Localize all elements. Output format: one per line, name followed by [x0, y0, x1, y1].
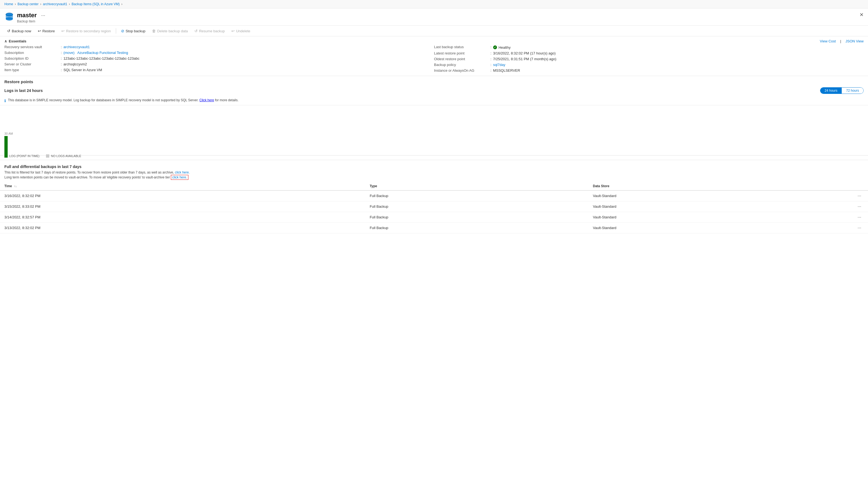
- delete-icon: 🗑: [152, 29, 156, 33]
- breadcrumb-sep-4: ›: [121, 2, 122, 6]
- essentials-row-instance: Instance or AlwaysOn AG : MSSQLSERVER: [434, 68, 864, 72]
- legend-log-label: LOG (POINT IN TIME): [9, 154, 40, 158]
- breadcrumb-home[interactable]: Home: [4, 2, 13, 6]
- essentials-value-vault: archiveccyvault1: [64, 45, 90, 49]
- db-icon: [4, 12, 14, 22]
- row-more-button-0[interactable]: ···: [856, 193, 863, 199]
- essentials-value-oldest-restore: 7/25/2021, 8:31:51 PM (7 month(s) ago): [493, 57, 556, 61]
- cell-actions-2: ···: [852, 212, 868, 223]
- row-more-button-1[interactable]: ···: [856, 204, 863, 209]
- breadcrumb-vault[interactable]: archiveccyvault1: [43, 2, 67, 6]
- undelete-icon: ↩: [232, 29, 235, 33]
- cell-actions-3: ···: [852, 223, 868, 233]
- view-cost-link[interactable]: View Cost: [820, 39, 836, 43]
- essentials-row-sub-id: Subscription ID : 123abc-123abc-123abc-1…: [4, 56, 434, 60]
- essentials-value-backup-status: Healthy: [493, 45, 511, 49]
- essentials-right-col: Last backup status : Healthy Latest rest…: [434, 45, 864, 72]
- json-view-link[interactable]: JSON View: [846, 39, 864, 43]
- status-dot: [493, 45, 497, 49]
- subscription-move-link[interactable]: (move): [64, 50, 75, 55]
- panel-subtitle: Backup Item: [17, 20, 45, 23]
- undelete-button[interactable]: ↩ Undelete: [229, 27, 253, 34]
- resume-backup-button[interactable]: ↺ Resume backup: [192, 27, 227, 34]
- subscription-name-link[interactable]: AzureBackup Functional Testing: [77, 50, 128, 55]
- breadcrumb-sep-1: ›: [15, 2, 16, 6]
- retention-link[interactable]: click here.: [171, 175, 188, 180]
- essentials-row-backup-status: Last backup status : Healthy: [434, 45, 864, 49]
- essentials-label-sub-id: Subscription ID: [4, 56, 59, 60]
- essentials-value-latest-restore: 3/16/2022, 8:32:02 PM (17 hour(s) ago): [493, 51, 555, 55]
- essentials-label-subscription: Subscription: [4, 50, 59, 55]
- essentials-row-item-type: Item type : SQL Server in Azure VM: [4, 68, 434, 72]
- info-bar: ℹ This database is in SIMPLE recovery mo…: [0, 96, 868, 105]
- essentials-header: ∧ Essentials View Cost | JSON View: [0, 36, 868, 45]
- panel-more-button[interactable]: ···: [41, 13, 45, 18]
- 24h-toggle-button[interactable]: 24 hours: [820, 88, 842, 94]
- panel-header: master ··· Backup Item ✕: [0, 9, 868, 26]
- cell-time-3: 3/13/2022, 8:32:02 PM: [0, 223, 365, 233]
- logs-title: Logs in last 24 hours: [4, 88, 43, 93]
- cell-type-1: Full Backup: [365, 201, 588, 212]
- status-label: Healthy: [499, 45, 511, 49]
- vault-link[interactable]: archiveccyvault1: [64, 45, 90, 49]
- restore-secondary-button[interactable]: ↩ Restore to secondary region: [59, 27, 113, 34]
- full-diff-link1[interactable]: click here.: [175, 170, 190, 174]
- cell-time-1: 3/15/2022, 8:33:02 PM: [0, 201, 365, 212]
- stop-backup-label: Stop backup: [126, 29, 145, 33]
- click-here-link[interactable]: Click here: [199, 98, 214, 102]
- breadcrumb: Home › Backup center › archiveccyvault1 …: [0, 0, 868, 9]
- backup-now-button[interactable]: ↺ Backup now: [4, 27, 34, 34]
- table-row: 3/15/2022, 8:33:02 PM Full Backup Vault-…: [0, 201, 868, 212]
- full-diff-title: Full and differential backups in last 7 …: [0, 160, 868, 170]
- essentials-label-item-type: Item type: [4, 68, 59, 72]
- delete-backup-button[interactable]: 🗑 Delete backup data: [149, 27, 191, 34]
- close-button[interactable]: ✕: [859, 12, 864, 18]
- row-more-button-3[interactable]: ···: [856, 225, 863, 231]
- backup-now-label: Backup now: [12, 29, 31, 33]
- full-diff-desc1: This list is filtered for last 7 days of…: [0, 170, 868, 175]
- cell-time-0: 3/16/2022, 8:32:02 PM: [0, 191, 365, 202]
- restore-label: Restore: [43, 29, 55, 33]
- row-more-button-2[interactable]: ···: [856, 214, 863, 220]
- backup-table: Time ↑↓ Type Data Store 3/16/2022, 8:32:…: [0, 182, 868, 234]
- stop-backup-button[interactable]: ⊘ Stop backup: [118, 27, 148, 34]
- cell-type-3: Full Backup: [365, 223, 588, 233]
- essentials-value-policy: sql7day: [493, 62, 506, 67]
- chart-time-label: 30 AM: [4, 132, 13, 135]
- cell-actions-0: ···: [852, 191, 868, 202]
- restore-secondary-icon: ↩: [61, 29, 65, 33]
- cell-datastore-1: Vault-Standard: [588, 201, 852, 212]
- time-toggle: 24 hours 72 hours: [820, 87, 864, 94]
- essentials-label: Essentials: [9, 39, 26, 43]
- cell-datastore-0: Vault-Standard: [588, 191, 852, 202]
- cell-type-2: Full Backup: [365, 212, 588, 223]
- essentials-label-policy: Backup policy: [434, 62, 489, 67]
- essentials-label-latest-restore: Latest restore point: [434, 51, 489, 55]
- breadcrumb-sep-2: ›: [40, 2, 41, 6]
- backup-now-icon: ↺: [7, 29, 10, 33]
- breadcrumb-backup-center[interactable]: Backup center: [18, 2, 38, 6]
- sort-icon-time[interactable]: ↑↓: [14, 185, 17, 188]
- essentials-value-server: archsqlccyvm2: [64, 62, 87, 66]
- resume-backup-label: Resume backup: [199, 29, 225, 33]
- table-row: 3/13/2022, 8:32:02 PM Full Backup Vault-…: [0, 223, 868, 233]
- chart-legend: LOG (POINT IN TIME) NO LOGS AVAILABLE: [4, 152, 81, 160]
- essentials-row-latest-restore: Latest restore point : 3/16/2022, 8:32:0…: [434, 51, 864, 55]
- essentials-value-sub-id: 123abc-123abc-123abc-123abc-123abc-123ab…: [64, 56, 140, 60]
- essentials-row-subscription: Subscription : (move) AzureBackup Functi…: [4, 50, 434, 55]
- policy-link[interactable]: sql7day: [493, 62, 506, 67]
- breadcrumb-backup-items[interactable]: Backup Items (SQL in Azure VM): [71, 2, 120, 6]
- essentials-label-instance: Instance or AlwaysOn AG: [434, 68, 489, 72]
- undelete-label: Undelete: [236, 29, 250, 33]
- essentials-row-policy: Backup policy : sql7day: [434, 62, 864, 67]
- essentials-title[interactable]: ∧ Essentials: [4, 39, 26, 43]
- table-row: 3/14/2022, 8:32:57 PM Full Backup Vault-…: [0, 212, 868, 223]
- panel-title: master: [17, 12, 37, 19]
- 72h-toggle-button[interactable]: 72 hours: [842, 88, 863, 94]
- chart-baseline: [0, 155, 868, 156]
- logs-header: Logs in last 24 hours 24 hours 72 hours: [0, 86, 868, 96]
- backup-table-body: 3/16/2022, 8:32:02 PM Full Backup Vault-…: [0, 191, 868, 234]
- cell-actions-1: ···: [852, 201, 868, 212]
- restore-button[interactable]: ↩ Restore: [35, 27, 58, 34]
- toolbar: ↺ Backup now ↩ Restore ↩ Restore to seco…: [0, 26, 868, 36]
